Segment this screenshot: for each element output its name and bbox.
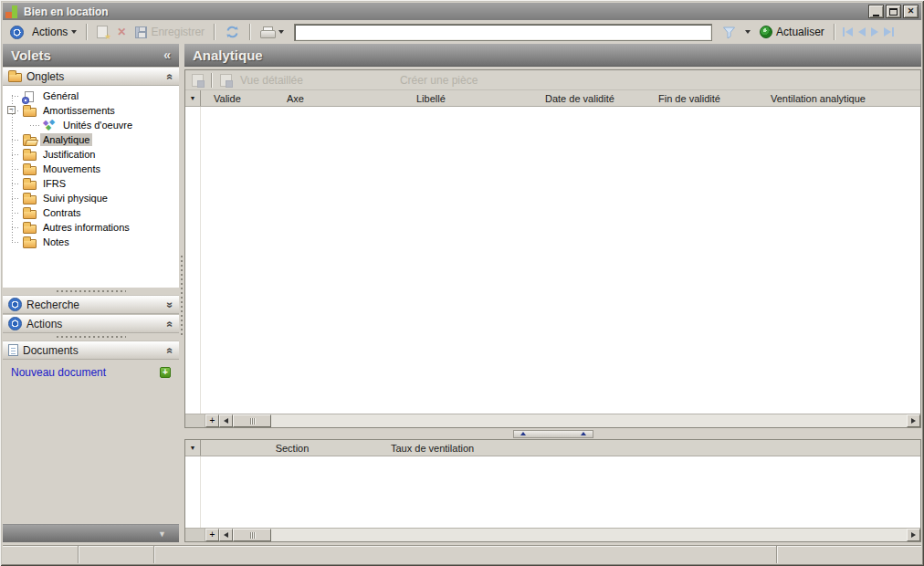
grid-options-button[interactable]: ▼ (185, 90, 201, 106)
tabs-tree: Général − Amortissements Unités d'oeuvre… (3, 86, 179, 288)
sidebar-collapse-button[interactable]: « (163, 47, 171, 62)
tree-item-notes[interactable]: Notes (3, 235, 179, 249)
add-row-button[interactable]: + (205, 414, 219, 427)
next-record-button[interactable] (868, 26, 881, 38)
filter-button[interactable] (718, 24, 740, 41)
column-header-date-validite[interactable]: Date de validité (540, 90, 653, 106)
tree-item-label: Amortissements (40, 104, 118, 117)
tree-item-amortissements[interactable]: − Amortissements (3, 103, 179, 118)
folder-icon (23, 181, 37, 190)
vue-detaillee-label: Vue détaillée (240, 74, 303, 87)
refresh-button[interactable] (220, 23, 245, 41)
delete-button[interactable]: ✕ (112, 25, 131, 39)
last-record-arrow-icon (884, 27, 891, 37)
recherche-label: Recherche (26, 299, 79, 311)
maximize-button[interactable] (886, 5, 901, 18)
column-header-ventilation[interactable]: Ventilation analytique (765, 90, 920, 106)
scroll-left-button[interactable] (219, 529, 233, 541)
scrollbar-corner (185, 529, 205, 541)
sidebar-section-splitter[interactable] (3, 288, 179, 295)
chevron-up-double-icon[interactable]: « (164, 347, 177, 353)
new-button[interactable]: ★ (92, 24, 112, 40)
refresh-data-button[interactable]: Actualiser (755, 24, 829, 40)
add-row-button[interactable]: + (205, 529, 219, 541)
section-header-actions[interactable]: Actions « (3, 314, 179, 333)
minimize-icon (873, 15, 879, 16)
vue-detaillee-button[interactable]: Vue détaillée (218, 73, 310, 88)
previous-record-button[interactable] (856, 26, 868, 38)
document-icon (8, 344, 18, 356)
scrollbar-thumb[interactable] (233, 529, 271, 541)
splitter-collapse-button[interactable] (513, 430, 593, 438)
detail-icon-button[interactable] (190, 73, 205, 88)
chevron-up-double-icon[interactable]: « (164, 73, 177, 79)
actualiser-icon (760, 26, 772, 38)
section-header-onglets[interactable]: Onglets « (3, 67, 179, 86)
bullseye-icon (8, 298, 22, 311)
column-header-section[interactable]: Section (201, 440, 383, 456)
panel-splitter[interactable] (184, 428, 921, 439)
column-header-valide[interactable]: Valide (201, 90, 281, 106)
add-document-button[interactable]: + (160, 367, 171, 378)
column-header-axe[interactable]: Axe (281, 90, 409, 106)
scroll-left-button[interactable] (219, 414, 233, 427)
scrollbar-track[interactable] (233, 529, 907, 541)
save-button[interactable]: Enregistrer (131, 24, 209, 40)
column-header-fin-validite[interactable]: Fin de validité (653, 90, 765, 106)
column-header-libelle[interactable]: Libellé (409, 90, 540, 106)
tree-item-suivi-physique[interactable]: Suivi physique (3, 191, 179, 205)
print-dropdown-arrow-icon (278, 30, 284, 34)
row-indicator-column (185, 107, 201, 414)
filter-dropdown-button[interactable] (740, 28, 755, 36)
scroll-right-button[interactable] (907, 529, 920, 541)
scrollbar-track[interactable] (233, 414, 907, 427)
first-record-button[interactable] (840, 26, 856, 38)
scroll-right-icon (911, 418, 916, 424)
tree-item-unites-oeuvre[interactable]: Unités d'oeuvre (3, 118, 179, 132)
ventilation-panel: ▼ Section Taux de ventilation + (184, 439, 921, 542)
print-button[interactable] (256, 25, 289, 40)
grid-options-button[interactable]: ▼ (185, 440, 201, 456)
folder-icon (23, 152, 37, 161)
collapse-up-icon (520, 432, 526, 435)
filter-funnel-icon (722, 26, 736, 39)
tree-item-justification[interactable]: Justification (3, 147, 179, 162)
grid-body-empty[interactable] (185, 107, 920, 414)
chevron-down-double-icon[interactable]: » (164, 301, 177, 308)
scroll-right-button[interactable] (907, 414, 920, 427)
tree-item-autres-informations[interactable]: Autres informations (3, 220, 179, 235)
section-header-recherche[interactable]: Recherche » (3, 295, 179, 314)
last-record-button[interactable] (881, 26, 897, 38)
tree-item-general[interactable]: Général (3, 89, 179, 103)
search-input[interactable] (294, 24, 712, 41)
toolbar-separator (86, 24, 88, 40)
new-document-link[interactable]: Nouveau document (11, 366, 106, 379)
sidebar-footer-bar[interactable]: ▼ (3, 524, 179, 542)
folder-icon (23, 210, 37, 219)
tree-item-ifrs[interactable]: IFRS (3, 176, 179, 191)
actions-menu-button[interactable]: Actions (27, 24, 81, 40)
column-header-taux[interactable]: Taux de ventilation (383, 440, 920, 456)
tree-item-contrats[interactable]: Contrats (3, 205, 179, 220)
scrollbar-thumb[interactable] (233, 414, 271, 427)
documents-label: Documents (23, 344, 79, 357)
tree-item-analytique[interactable]: Analytique (3, 132, 179, 147)
chevron-up-double-icon[interactable]: « (164, 320, 177, 327)
filter-dropdown-arrow-icon (745, 30, 751, 34)
section-header-documents[interactable]: Documents « (3, 341, 179, 360)
tree-item-mouvements[interactable]: Mouvements (3, 162, 179, 176)
actualiser-label: Actualiser (776, 26, 824, 38)
minimize-button[interactable] (868, 5, 884, 18)
grid-header: ▼ Valide Axe Libellé Date de validité Fi… (185, 90, 920, 107)
actions-section-label: Actions (26, 318, 62, 330)
actions-menu-label: Actions (32, 26, 68, 38)
main-area: Analytique Vue détaillée Créer une pièce… (184, 44, 921, 542)
bullseye-icon (8, 317, 22, 330)
status-cell (3, 546, 79, 563)
sidebar-section-splitter[interactable] (3, 333, 179, 341)
creer-piece-button[interactable]: Créer une pièce (310, 73, 485, 88)
first-record-icon (843, 27, 845, 37)
tree-item-label: Contrats (40, 206, 84, 219)
bottom-grid-body-empty[interactable] (185, 456, 920, 528)
close-button[interactable]: ✕ (903, 5, 919, 18)
